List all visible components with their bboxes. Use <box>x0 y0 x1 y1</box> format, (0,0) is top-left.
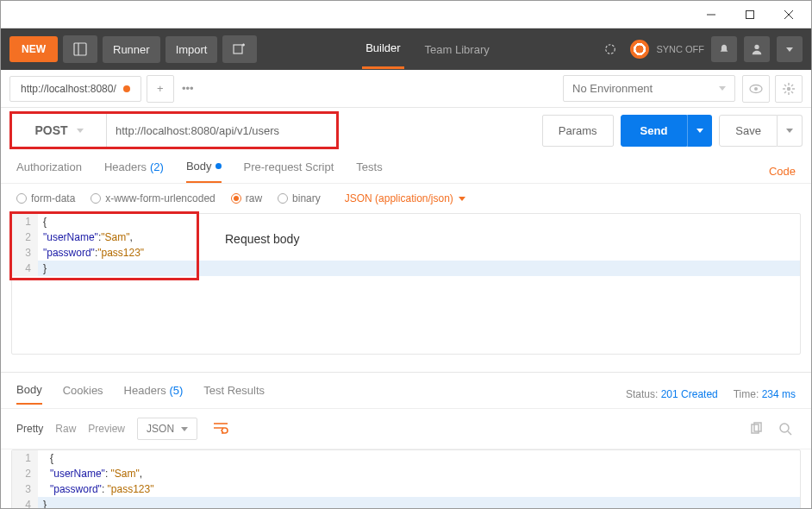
environment-selector[interactable]: No Environment <box>563 75 735 102</box>
subtab-prerequest[interactable]: Pre-request Script <box>244 160 334 182</box>
method-url-highlight: POST <box>9 111 339 149</box>
add-tab-button[interactable]: + <box>147 75 174 103</box>
request-bar: POST Params Send Save <box>1 108 811 149</box>
window-titlebar <box>1 1 811 28</box>
window-close-button[interactable] <box>769 2 808 28</box>
response-viewbar: Pretty Raw Preview JSON <box>1 409 811 449</box>
request-body-editor[interactable]: 1{ 2"userName":"Sam", 3"password":"pass1… <box>11 213 801 355</box>
content-type-selector[interactable]: JSON (application/json) <box>345 192 465 204</box>
request-tab-strip: http://localhost:8080/ + ••• No Environm… <box>1 70 811 108</box>
body-active-dot-icon <box>215 163 222 169</box>
radio-urlencoded[interactable]: x-www-form-urlencoded <box>91 192 215 204</box>
response-tab-tests[interactable]: Test Results <box>203 384 265 404</box>
svg-line-18 <box>784 85 786 86</box>
svg-point-12 <box>754 87 758 91</box>
tab-options-button[interactable]: ••• <box>174 75 202 103</box>
layout-toggle-button[interactable] <box>63 35 97 63</box>
copy-response-button[interactable] <box>746 418 766 439</box>
response-body-editor[interactable]: 1{ 2"userName": "Sam", 3"password": "pas… <box>11 449 801 509</box>
svg-line-19 <box>791 91 793 93</box>
unsaved-dot-icon <box>123 85 130 92</box>
radio-form-data[interactable]: form-data <box>16 192 75 204</box>
svg-rect-1 <box>746 10 753 18</box>
http-method-selector[interactable]: POST <box>12 114 107 147</box>
user-menu-button[interactable] <box>744 36 770 62</box>
environment-label: No Environment <box>572 82 653 95</box>
save-dropdown[interactable] <box>778 115 803 147</box>
svg-point-13 <box>787 86 790 90</box>
search-response-button[interactable] <box>775 418 796 439</box>
sync-status-label: SYNC OFF <box>656 44 704 54</box>
subtab-body[interactable]: Body <box>186 160 222 183</box>
interceptor-icon[interactable] <box>597 36 623 62</box>
svg-line-20 <box>791 85 793 86</box>
save-button[interactable]: Save <box>719 115 778 147</box>
window-maximize-button[interactable] <box>730 2 769 28</box>
request-body-editor-wrap: Request body 1{ 2"userName":"Sam", 3"pas… <box>11 213 801 355</box>
subtab-tests[interactable]: Tests <box>356 160 382 182</box>
svg-rect-4 <box>74 43 86 55</box>
subtab-authorization[interactable]: Authorization <box>16 160 82 182</box>
view-pretty[interactable]: Pretty <box>16 423 43 435</box>
settings-dropdown[interactable] <box>777 36 803 62</box>
response-format-selector[interactable]: JSON <box>137 418 197 440</box>
import-button[interactable]: Import <box>166 36 218 63</box>
new-window-button[interactable] <box>222 35 257 63</box>
subtab-headers[interactable]: Headers (2) <box>104 160 164 182</box>
response-tab-headers[interactable]: Headers (5) <box>124 384 184 404</box>
svg-rect-6 <box>234 45 242 53</box>
svg-line-21 <box>784 91 786 93</box>
tab-team-library[interactable]: Team Library <box>422 31 493 68</box>
send-button[interactable]: Send <box>621 115 688 147</box>
chevron-down-icon <box>719 86 726 91</box>
svg-point-9 <box>606 45 615 54</box>
window-minimize-button[interactable] <box>691 2 730 28</box>
environment-quicklook-button[interactable] <box>742 75 770 103</box>
response-tab-cookies[interactable]: Cookies <box>63 384 103 404</box>
body-annotation: Request body <box>225 232 299 246</box>
response-time: Time: 234 ms <box>734 388 796 400</box>
main-toolbar: NEW Runner Import Builder Team Library S… <box>1 28 811 70</box>
svg-point-10 <box>754 45 759 49</box>
radio-raw[interactable]: raw <box>231 192 262 204</box>
response-status: Status: 201 Created <box>626 388 718 400</box>
svg-line-26 <box>788 431 791 435</box>
request-url-input[interactable] <box>107 114 336 147</box>
send-dropdown[interactable] <box>687 115 712 147</box>
notifications-button[interactable] <box>711 36 737 62</box>
environment-settings-button[interactable] <box>775 75 803 103</box>
runner-button[interactable]: Runner <box>103 36 160 63</box>
request-tab-title: http://localhost:8080/ <box>21 83 116 95</box>
tab-builder[interactable]: Builder <box>362 29 403 69</box>
new-button[interactable]: NEW <box>9 36 58 62</box>
params-button[interactable]: Params <box>542 115 614 147</box>
response-tabs: Body Cookies Headers (5) Test Results St… <box>1 372 811 409</box>
chevron-down-icon <box>77 129 84 133</box>
view-raw[interactable]: Raw <box>55 423 76 435</box>
radio-binary[interactable]: binary <box>278 192 321 204</box>
svg-point-25 <box>780 424 789 432</box>
wrap-lines-button[interactable] <box>209 418 232 440</box>
request-tab[interactable]: http://localhost:8080/ <box>9 76 141 102</box>
body-type-row: form-data x-www-form-urlencoded raw bina… <box>1 184 811 213</box>
sync-status-icon[interactable] <box>630 40 649 59</box>
response-tab-body[interactable]: Body <box>16 383 42 405</box>
request-subtabs: Authorization Headers (2) Body Pre-reque… <box>1 149 811 184</box>
view-preview[interactable]: Preview <box>88 423 125 435</box>
code-link[interactable]: Code <box>769 165 796 178</box>
http-method-value: POST <box>34 123 67 137</box>
